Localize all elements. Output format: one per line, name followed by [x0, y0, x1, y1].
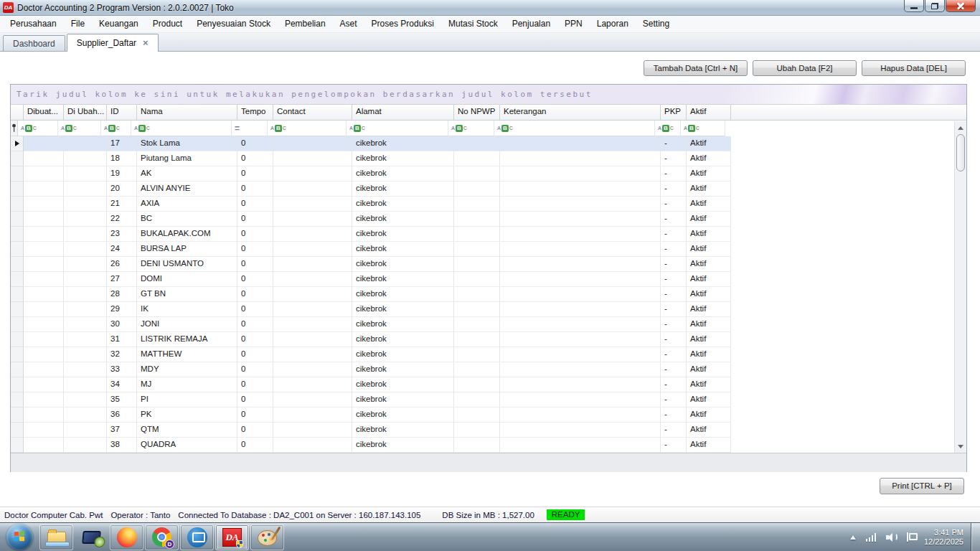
cell-alamat[interactable]: cikebrok [352, 347, 454, 362]
cell-nama[interactable]: BUKALAPAK.COM [137, 227, 237, 242]
filter-cell-npwp[interactable]: ABC [448, 121, 494, 136]
cell-dibuat[interactable] [24, 287, 64, 302]
cell-aktif[interactable]: Aktif [687, 408, 731, 423]
cell-aktif[interactable]: Aktif [687, 317, 731, 332]
cell-diubah[interactable] [64, 317, 107, 332]
cell-aktif[interactable]: Aktif [687, 392, 731, 408]
minimize-button[interactable] [904, 0, 924, 12]
cell-keterangan[interactable] [500, 287, 661, 302]
cell-diubah[interactable] [64, 377, 107, 392]
row-indicator[interactable] [11, 408, 24, 423]
cell-dibuat[interactable] [24, 408, 64, 423]
cell-pkp[interactable]: - [661, 408, 687, 423]
cell-tempo[interactable]: 0 [237, 438, 273, 453]
menu-item[interactable]: Setting [636, 16, 677, 32]
column-header-id[interactable]: ID [107, 105, 137, 121]
column-header-tempo[interactable]: Tempo [237, 105, 273, 121]
print-button[interactable]: Print [CTRL + P] [880, 478, 964, 494]
cell-alamat[interactable]: cikebrok [352, 302, 454, 317]
cell-keterangan[interactable] [500, 242, 661, 257]
cell-alamat[interactable]: cikebrok [352, 182, 454, 197]
volume-icon[interactable] [886, 532, 898, 542]
row-indicator[interactable] [11, 242, 24, 257]
cell-contact[interactable] [273, 317, 352, 332]
cell-contact[interactable] [273, 347, 352, 362]
cell-aktif[interactable]: Aktif [687, 362, 731, 377]
cell-npwp[interactable] [454, 166, 500, 182]
cell-id[interactable]: 28 [107, 287, 137, 302]
cell-nama[interactable]: BURSA LAP [137, 242, 237, 257]
table-row[interactable]: 22BC0cikebrok-Aktif [11, 212, 966, 227]
cell-npwp[interactable] [454, 272, 500, 287]
cell-pkp[interactable]: - [661, 423, 687, 438]
action-center-flag-icon[interactable] [907, 532, 915, 542]
cell-dibuat[interactable] [24, 227, 64, 242]
cell-tempo[interactable]: 0 [237, 317, 273, 332]
column-header-npwp[interactable]: No NPWP [454, 105, 500, 121]
abc-filter-icon[interactable]: ABC [61, 125, 77, 132]
cell-contact[interactable] [273, 408, 352, 423]
filter-cell-tempo[interactable]: = [232, 121, 268, 136]
cell-keterangan[interactable] [500, 392, 661, 408]
table-row[interactable]: 35PI0cikebrok-Aktif [11, 392, 966, 408]
cell-id[interactable]: 27 [107, 272, 137, 287]
cell-alamat[interactable]: cikebrok [352, 166, 454, 182]
cell-aktif[interactable]: Aktif [687, 272, 731, 287]
restore-button[interactable] [925, 0, 945, 12]
cell-tempo[interactable]: 0 [237, 332, 273, 347]
cell-npwp[interactable] [454, 151, 500, 166]
cell-pkp[interactable]: - [661, 242, 687, 257]
cell-nama[interactable]: IK [137, 302, 237, 317]
row-indicator[interactable] [11, 257, 24, 272]
menu-item[interactable]: PPN [557, 16, 590, 32]
cell-nama[interactable]: AK [137, 166, 237, 182]
cell-contact[interactable] [273, 182, 352, 197]
cell-contact[interactable] [273, 392, 352, 408]
cell-pkp[interactable]: - [661, 287, 687, 302]
row-indicator[interactable] [11, 151, 24, 166]
cell-keterangan[interactable] [500, 438, 661, 453]
cell-pkp[interactable]: - [661, 227, 687, 242]
cell-nama[interactable]: ALVIN ANYIE [137, 182, 237, 197]
filter-cell-nama[interactable]: ABC [131, 121, 232, 136]
menu-item[interactable]: Pembelian [278, 16, 333, 32]
cell-npwp[interactable] [454, 227, 500, 242]
cell-diubah[interactable] [64, 332, 107, 347]
cell-dibuat[interactable] [24, 347, 64, 362]
add-data-button[interactable]: Tambah Data [Ctrl + N] [644, 60, 748, 76]
cell-aktif[interactable]: Aktif [687, 332, 731, 347]
cell-aktif[interactable]: Aktif [687, 287, 731, 302]
table-row[interactable]: 23BUKALAPAK.COM0cikebrok-Aktif [11, 227, 966, 242]
column-header-contact[interactable]: Contact [273, 105, 352, 121]
cell-nama[interactable]: Piutang Lama [137, 151, 237, 166]
abc-filter-icon[interactable]: ABC [270, 125, 286, 132]
titlebar[interactable]: DA Doctor Accounting 2 Program Version :… [0, 0, 980, 16]
table-row[interactable]: 31LISTRIK REMAJA0cikebrok-Aktif [11, 332, 966, 347]
cell-nama[interactable]: JONI [137, 317, 237, 332]
cell-diubah[interactable] [64, 242, 107, 257]
taskbar-paint-button[interactable] [250, 524, 284, 550]
cell-alamat[interactable]: cikebrok [352, 197, 454, 212]
cell-alamat[interactable]: cikebrok [352, 438, 454, 453]
table-row[interactable]: 19AK0cikebrok-Aktif [11, 166, 966, 182]
cell-nama[interactable]: DENI USMANTO [137, 257, 237, 272]
cell-contact[interactable] [273, 242, 352, 257]
abc-filter-icon[interactable]: ABC [497, 125, 513, 132]
cell-pkp[interactable]: - [661, 272, 687, 287]
row-indicator[interactable] [11, 287, 24, 302]
cell-alamat[interactable]: cikebrok [352, 287, 454, 302]
cell-diubah[interactable] [64, 362, 107, 377]
cell-nama[interactable]: GT BN [137, 287, 237, 302]
cell-diubah[interactable] [64, 347, 107, 362]
cell-contact[interactable] [273, 332, 352, 347]
cell-tempo[interactable]: 0 [237, 151, 273, 166]
cell-keterangan[interactable] [500, 212, 661, 227]
row-indicator[interactable] [11, 302, 24, 317]
column-header-aktif[interactable]: Aktif [687, 105, 731, 121]
cell-id[interactable]: 21 [107, 197, 137, 212]
cell-id[interactable]: 18 [107, 151, 137, 166]
cell-keterangan[interactable] [500, 166, 661, 182]
table-row[interactable]: 18Piutang Lama0cikebrok-Aktif [11, 151, 966, 166]
cell-diubah[interactable] [64, 272, 107, 287]
taskbar-remote-viewer-button[interactable] [180, 524, 214, 550]
